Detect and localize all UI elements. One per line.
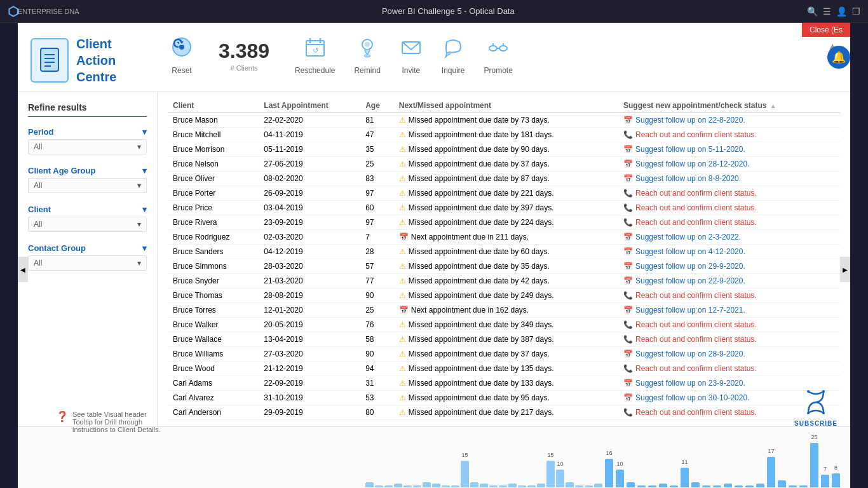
table-row[interactable]: Bruce Nelson 27-06-2019 25 ⚠Missed appoi…	[168, 157, 840, 172]
cell-suggest[interactable]: 📞Reach out and confirm client status.	[618, 332, 840, 347]
contact-group-filter-value[interactable]: All ▾	[28, 255, 147, 271]
chart-bar-sep	[691, 482, 700, 487]
period-chevron-icon: ▾	[142, 127, 147, 137]
cell-suggest[interactable]: 📅Suggest follow up on 22-9-2020.	[618, 274, 840, 288]
table-row[interactable]: Bruce Price 03-04-2019 60 ⚠Missed appoin…	[168, 201, 840, 215]
suggest-link[interactable]: Suggest follow up on 29-9-2020.	[635, 262, 745, 271]
cell-suggest[interactable]: 📅Suggest follow up on 5-11-2020.	[618, 142, 840, 157]
cell-suggest[interactable]: 📅Suggest follow up on 22-8-2020.	[618, 113, 840, 128]
table-row[interactable]: Bruce Rivera 23-09-2019 97 ⚠Missed appoi…	[168, 215, 840, 230]
cell-suggest[interactable]: 📅Suggest follow up on 29-9-2020.	[618, 259, 840, 274]
invite-button[interactable]: Invite	[400, 36, 423, 75]
table-row[interactable]: Carl Anderson 29-09-2019 80 ⚠Missed appo…	[168, 405, 840, 420]
table-row[interactable]: Bruce Sanders 04-12-2019 28 ⚠Missed appo…	[168, 245, 840, 259]
suggest-link[interactable]: Suggest follow up on 5-11-2020.	[635, 145, 745, 154]
suggest-cal-icon: 📅	[623, 276, 633, 285]
suggest-link[interactable]: Suggest follow up on 22-8-2020.	[635, 116, 745, 125]
table-row[interactable]: Carl Alvarez 31-10-2019 53 ⚠Missed appoi…	[168, 391, 840, 405]
age-group-filter-label[interactable]: Client Age Group ▾	[28, 163, 147, 178]
sidebar-toggle-right[interactable]: ▶	[840, 257, 850, 282]
table-row[interactable]: Bruce Porter 26-09-2019 97 ⚠Missed appoi…	[168, 186, 840, 201]
cell-suggest[interactable]: 📞Reach out and confirm client status.	[618, 201, 840, 215]
cell-suggest[interactable]: 📅Suggest follow up on 28-9-2020.	[618, 347, 840, 362]
reschedule-label: Reschedule	[295, 66, 335, 75]
suggest-sort-icon: ▲	[770, 102, 776, 109]
suggest-link[interactable]: Reach out and confirm client status.	[635, 408, 757, 417]
cell-last-appt: 28-03-2020	[259, 259, 360, 274]
cell-last-appt: 20-05-2019	[259, 318, 360, 332]
reset-button[interactable]: Reset	[170, 36, 193, 75]
suggest-link[interactable]: Suggest follow up on 30-10-2020.	[635, 393, 749, 402]
period-filter-label[interactable]: Period ▾	[28, 125, 147, 139]
suggest-link[interactable]: Reach out and confirm client status.	[635, 130, 757, 139]
table-row[interactable]: Bruce Thomas 28-08-2019 90 ⚠Missed appoi…	[168, 288, 840, 303]
cell-suggest[interactable]: 📞Reach out and confirm client status.	[618, 215, 840, 230]
sidebar-toggle-left[interactable]: ◀	[18, 257, 28, 282]
suggest-link[interactable]: Suggest follow up on 28-12-2020.	[635, 159, 749, 168]
menu-icon[interactable]: ☰	[823, 6, 831, 17]
table-row[interactable]: Bruce Mason 22-02-2020 81 ⚠Missed appoin…	[168, 113, 840, 128]
chart-bar-sep: 11	[681, 468, 689, 487]
inquire-icon	[442, 36, 465, 64]
suggest-link[interactable]: Reach out and confirm client status.	[635, 203, 757, 212]
cell-suggest[interactable]: 📅Suggest follow up on 4-12-2020.	[618, 245, 840, 259]
col-last-appointment[interactable]: Last Appointment	[259, 98, 360, 113]
svg-point-7	[179, 44, 184, 50]
cell-suggest[interactable]: 📅Suggest follow up on 8-8-2020.	[618, 172, 840, 186]
suggest-link[interactable]: Reach out and confirm client status.	[635, 320, 757, 329]
suggest-link[interactable]: Reach out and confirm client status.	[635, 291, 757, 300]
cell-suggest[interactable]: 📅Suggest follow up on 28-12-2020.	[618, 157, 840, 172]
reschedule-button[interactable]: ↺ Reschedule	[295, 36, 335, 75]
cell-suggest[interactable]: 📅Suggest follow up on 12-7-2021.	[618, 303, 840, 318]
table-row[interactable]: Bruce Snyder 21-03-2020 77 ⚠Missed appoi…	[168, 274, 840, 288]
suggest-link[interactable]: Reach out and confirm client status.	[635, 189, 757, 198]
remind-button[interactable]: Remind	[354, 36, 380, 75]
search-icon[interactable]: 🔍	[807, 6, 818, 17]
suggest-link[interactable]: Suggest follow up on 23-9-2020.	[635, 379, 745, 388]
suggest-link[interactable]: Reach out and confirm client status.	[635, 335, 757, 344]
cell-suggest[interactable]: 📞Reach out and confirm client status.	[618, 362, 840, 376]
client-filter-value[interactable]: All ▾	[28, 217, 147, 232]
table-row[interactable]: Bruce Simmons 28-03-2020 57 ⚠Missed appo…	[168, 259, 840, 274]
suggest-link[interactable]: Reach out and confirm client status.	[635, 364, 757, 373]
suggest-link[interactable]: Suggest follow up on 22-9-2020.	[635, 276, 745, 285]
table-row[interactable]: Carl Adams 22-09-2019 31 ⚠Missed appoint…	[168, 376, 840, 391]
col-client[interactable]: Client	[168, 98, 259, 113]
table-row[interactable]: Bruce Walker 20-05-2019 76 ⚠Missed appoi…	[168, 318, 840, 332]
col-suggest[interactable]: Suggest new appointment/check status ▲	[618, 98, 840, 113]
age-group-filter-value[interactable]: All ▾	[28, 178, 147, 193]
suggest-link[interactable]: Suggest follow up on 28-9-2020.	[635, 349, 745, 358]
period-filter-value[interactable]: All ▾	[28, 139, 147, 154]
table-row[interactable]: Bruce Wood 21-12-2019 94 ⚠Missed appoint…	[168, 362, 840, 376]
promote-button[interactable]: Promote	[484, 36, 513, 75]
suggest-link[interactable]: Suggest follow up on 2-3-2022.	[635, 233, 741, 241]
col-age[interactable]: Age	[360, 98, 394, 113]
suggest-link[interactable]: Reach out and confirm client status.	[635, 218, 757, 227]
cell-suggest[interactable]: 📞Reach out and confirm client status.	[618, 318, 840, 332]
user-icon[interactable]: 👤	[836, 6, 847, 17]
table-row[interactable]: Bruce Mitchell 04-11-2019 47 ⚠Missed app…	[168, 128, 840, 142]
chart-bar-aug	[394, 484, 402, 487]
table-row[interactable]: Bruce Williams 27-03-2020 90 ⚠Missed app…	[168, 347, 840, 362]
contact-group-filter-label[interactable]: Contact Group ▾	[28, 241, 147, 255]
cell-suggest[interactable]: 📞Reach out and confirm client status.	[618, 288, 840, 303]
warning-icon: ⚠	[399, 335, 406, 344]
cell-suggest[interactable]: 📅Suggest follow up on 2-3-2022.	[618, 230, 840, 245]
inquire-button[interactable]: Inquire	[442, 36, 465, 75]
table-row[interactable]: Bruce Wallace 13-04-2019 58 ⚠Missed appo…	[168, 332, 840, 347]
table-row[interactable]: Bruce Torres 12-01-2020 25 📅Next appoint…	[168, 303, 840, 318]
window-icon[interactable]: ❐	[852, 6, 860, 17]
suggest-link[interactable]: Suggest follow up on 4-12-2020.	[635, 247, 745, 256]
cell-suggest[interactable]: 📞Reach out and confirm client status.	[618, 128, 840, 142]
cell-suggest[interactable]: 📞Reach out and confirm client status.	[618, 186, 840, 201]
table-row[interactable]: Bruce Morrison 05-11-2019 35 ⚠Missed app…	[168, 142, 840, 157]
suggest-link[interactable]: Suggest follow up on 8-8-2020.	[635, 174, 741, 183]
suggest-link[interactable]: Suggest follow up on 12-7-2021.	[635, 306, 745, 315]
client-filter-label[interactable]: Client ▾	[28, 202, 147, 217]
notification-button[interactable]: 🔔	[827, 46, 850, 69]
col-next-missed[interactable]: Next/Missed appointment	[394, 98, 618, 113]
table-row[interactable]: Bruce Oliver 08-02-2020 83 ⚠Missed appoi…	[168, 172, 840, 186]
close-button[interactable]: Close (Es	[802, 23, 850, 37]
table-row[interactable]: Bruce Rodriguez 02-03-2020 7 📅Next appoi…	[168, 230, 840, 245]
subscribe-area[interactable]: SUBSCRIBE	[794, 389, 837, 427]
